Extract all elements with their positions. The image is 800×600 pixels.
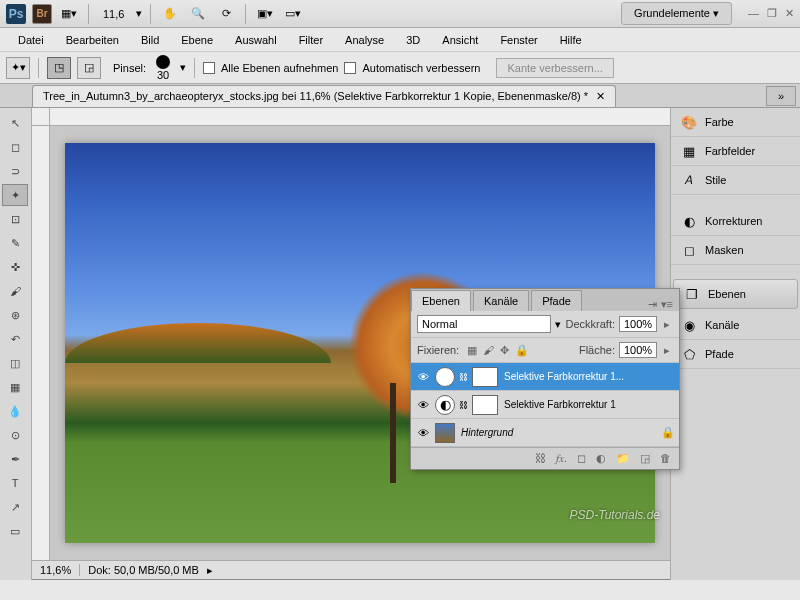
panel-collapse-icon[interactable]: ⇥ (648, 298, 657, 311)
menu-hilfe[interactable]: Hilfe (550, 31, 592, 49)
delete-layer-icon[interactable]: 🗑 (660, 452, 671, 465)
stamp-tool[interactable]: ⊛ (2, 304, 28, 326)
link-icon[interactable]: ⛓ (459, 372, 468, 382)
lasso-tool[interactable]: ⊃ (2, 160, 28, 182)
zoom-tool-icon[interactable]: 🔍 (187, 3, 209, 25)
panel-ebenen[interactable]: ❐Ebenen (673, 279, 798, 309)
workspace-selector[interactable]: Grundelemente ▾ (621, 2, 732, 25)
visibility-icon[interactable]: 👁 (415, 371, 431, 383)
panel-stile[interactable]: 𝘈Stile (671, 166, 800, 195)
layer-name[interactable]: Selektive Farbkorrektur 1... (502, 371, 675, 382)
tab-ebenen[interactable]: Ebenen (411, 290, 471, 311)
quick-select-tool-icon[interactable]: ✦▾ (6, 57, 30, 79)
dodge-tool[interactable]: ⊙ (2, 424, 28, 446)
fill-arrow-icon[interactable]: ▸ (661, 344, 673, 357)
layer-row[interactable]: 👁 ◐ ⛓ Selektive Farbkorrektur 1... (411, 363, 679, 391)
eraser-tool[interactable]: ◫ (2, 352, 28, 374)
panel-pfade[interactable]: ⬠Pfade (671, 340, 800, 369)
blur-tool[interactable]: 💧 (2, 400, 28, 422)
layer-name[interactable]: Selektive Farbkorrektur 1 (502, 399, 675, 410)
new-adjustment-icon[interactable]: ◐ (596, 452, 606, 465)
tab-overflow-icon[interactable]: » (766, 86, 796, 106)
brush-tool[interactable]: 🖌 (2, 280, 28, 302)
menu-3d[interactable]: 3D (396, 31, 430, 49)
lock-paint-icon[interactable]: 🖌 (483, 344, 494, 357)
hand-tool-icon[interactable]: ✋ (159, 3, 181, 25)
panel-farbfelder[interactable]: ▦Farbfelder (671, 137, 800, 166)
move-tool[interactable]: ↖ (2, 112, 28, 134)
menu-filter[interactable]: Filter (289, 31, 333, 49)
screen-mode-icon[interactable]: ▭▾ (282, 3, 304, 25)
close-icon[interactable]: ✕ (785, 7, 794, 20)
panel-kanaele[interactable]: ◉Kanäle (671, 311, 800, 340)
link-icon[interactable]: ⛓ (459, 400, 468, 410)
brush-preset[interactable]: 30 (156, 55, 170, 81)
gradient-tool[interactable]: ▦ (2, 376, 28, 398)
add-mask-icon[interactable]: ◻ (577, 452, 586, 465)
crop-tool[interactable]: ⊡ (2, 208, 28, 230)
adjustment-thumb-icon: ◐ (435, 395, 455, 415)
new-selection-icon[interactable]: ◳ (47, 57, 71, 79)
bridge-icon[interactable]: Br (32, 4, 52, 24)
shape-tool[interactable]: ▭ (2, 520, 28, 542)
menu-bearbeiten[interactable]: Bearbeiten (56, 31, 129, 49)
type-tool[interactable]: T (2, 472, 28, 494)
menu-fenster[interactable]: Fenster (490, 31, 547, 49)
menu-ansicht[interactable]: Ansicht (432, 31, 488, 49)
photoshop-icon: Ps (6, 4, 26, 24)
eyedropper-tool[interactable]: ✎ (2, 232, 28, 254)
panel-menu-icon[interactable]: ▾≡ (661, 298, 673, 311)
layout-dropdown-icon[interactable]: ▦▾ (58, 3, 80, 25)
tab-pfade[interactable]: Pfade (531, 290, 582, 311)
fill-input[interactable]: 100% (619, 342, 657, 358)
layer-mask-thumb[interactable] (472, 367, 498, 387)
panel-korrekturen[interactable]: ◐Korrekturen (671, 207, 800, 236)
quick-select-tool[interactable]: ✦ (2, 184, 28, 206)
history-brush-tool[interactable]: ↶ (2, 328, 28, 350)
refine-edge-button: Kante verbessern... (496, 58, 613, 78)
arrange-docs-icon[interactable]: ▣▾ (254, 3, 276, 25)
layer-row[interactable]: 👁 ◐ ⛓ Selektive Farbkorrektur 1 (411, 391, 679, 419)
opacity-input[interactable]: 100% (619, 316, 657, 332)
new-group-icon[interactable]: 📁 (616, 452, 630, 465)
healing-tool[interactable]: ✜ (2, 256, 28, 278)
panel-farbe[interactable]: 🎨Farbe (671, 108, 800, 137)
status-zoom[interactable]: 11,6% (40, 564, 80, 576)
document-tab[interactable]: Tree_in_Autumn3_by_archaeopteryx_stocks.… (32, 85, 616, 107)
add-selection-icon[interactable]: ◲ (77, 57, 101, 79)
new-layer-icon[interactable]: ◲ (640, 452, 650, 465)
minimize-icon[interactable]: — (748, 7, 759, 20)
lock-transparent-icon[interactable]: ▦ (467, 344, 477, 357)
auto-enhance-label: Automatisch verbessern (362, 62, 480, 74)
layer-mask-thumb[interactable] (472, 395, 498, 415)
menu-datei[interactable]: Datei (8, 31, 54, 49)
layer-row[interactable]: 👁 Hintergrund 🔒 (411, 419, 679, 447)
menu-bild[interactable]: Bild (131, 31, 169, 49)
menu-ebene[interactable]: Ebene (171, 31, 223, 49)
tab-kanaele[interactable]: Kanäle (473, 290, 529, 311)
blend-mode-select[interactable]: Normal (417, 315, 551, 333)
menu-auswahl[interactable]: Auswahl (225, 31, 287, 49)
auto-enhance-checkbox[interactable] (344, 62, 356, 74)
pen-tool[interactable]: ✒ (2, 448, 28, 470)
close-tab-icon[interactable]: ✕ (596, 90, 605, 103)
lock-position-icon[interactable]: ✥ (500, 344, 509, 357)
visibility-icon[interactable]: 👁 (415, 399, 431, 411)
panel-masken[interactable]: ◻Masken (671, 236, 800, 265)
adjustment-thumb-icon: ◐ (435, 367, 455, 387)
link-layers-icon[interactable]: ⛓ (535, 452, 546, 465)
layers-panel[interactable]: Ebenen Kanäle Pfade ⇥▾≡ Normal ▾ Deckkra… (410, 288, 680, 470)
zoom-value[interactable]: 11,6 (97, 8, 130, 20)
layer-name[interactable]: Hintergrund (459, 427, 657, 438)
marquee-tool[interactable]: ◻ (2, 136, 28, 158)
status-arrow-icon[interactable]: ▸ (207, 564, 213, 577)
restore-icon[interactable]: ❐ (767, 7, 777, 20)
sample-all-layers-checkbox[interactable] (203, 62, 215, 74)
lock-all-icon[interactable]: 🔒 (515, 344, 529, 357)
menu-analyse[interactable]: Analyse (335, 31, 394, 49)
path-select-tool[interactable]: ↗ (2, 496, 28, 518)
rotate-view-icon[interactable]: ⟳ (215, 3, 237, 25)
visibility-icon[interactable]: 👁 (415, 427, 431, 439)
opacity-arrow-icon[interactable]: ▸ (661, 318, 673, 331)
layer-fx-icon[interactable]: 𝑓𝑥. (556, 452, 567, 465)
